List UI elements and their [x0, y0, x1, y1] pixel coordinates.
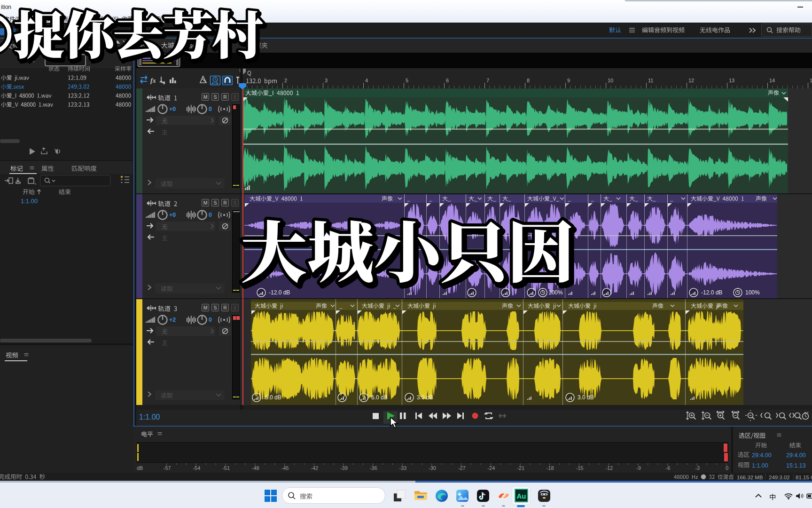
svg-text:Au: Au [517, 492, 526, 500]
